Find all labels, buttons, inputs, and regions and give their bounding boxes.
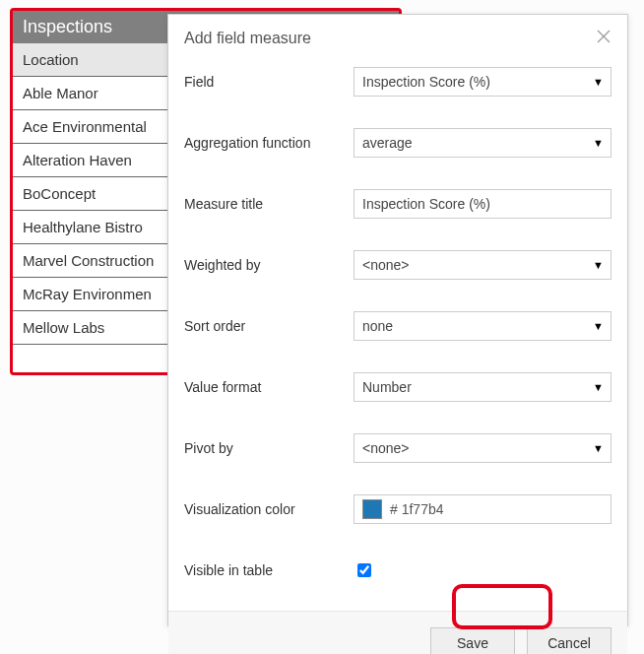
label-viz-color: Visualization color	[184, 501, 354, 517]
visible-checkbox[interactable]	[357, 563, 371, 577]
pivot-by-select[interactable]: <none>	[354, 433, 612, 463]
label-value-format: Value format	[184, 379, 354, 395]
label-weighted-by: Weighted by	[184, 257, 354, 273]
viz-color-picker[interactable]: # 1f77b4	[354, 494, 612, 524]
field-select[interactable]: Inspection Score (%)	[354, 67, 612, 97]
label-visible: Visible in table	[184, 562, 354, 578]
color-hex-text: # 1f77b4	[390, 501, 444, 517]
label-pivot-by: Pivot by	[184, 440, 354, 456]
color-swatch-icon	[362, 499, 382, 519]
close-icon[interactable]	[596, 29, 612, 47]
cancel-button[interactable]: Cancel	[527, 627, 612, 654]
add-field-measure-dialog: Add field measure Field Inspection Score…	[167, 14, 628, 626]
save-button[interactable]: Save	[430, 627, 515, 654]
sort-order-select[interactable]: none	[354, 311, 612, 341]
weighted-by-select[interactable]: <none>	[354, 250, 612, 280]
dialog-title: Add field measure	[184, 30, 311, 47]
label-field: Field	[184, 74, 354, 90]
label-aggregation: Aggregation function	[184, 135, 354, 151]
label-sort-order: Sort order	[184, 318, 354, 334]
label-measure-title: Measure title	[184, 196, 354, 212]
aggregation-select[interactable]: average	[354, 128, 612, 158]
measure-title-input[interactable]	[354, 189, 612, 219]
value-format-select[interactable]: Number	[354, 372, 612, 402]
